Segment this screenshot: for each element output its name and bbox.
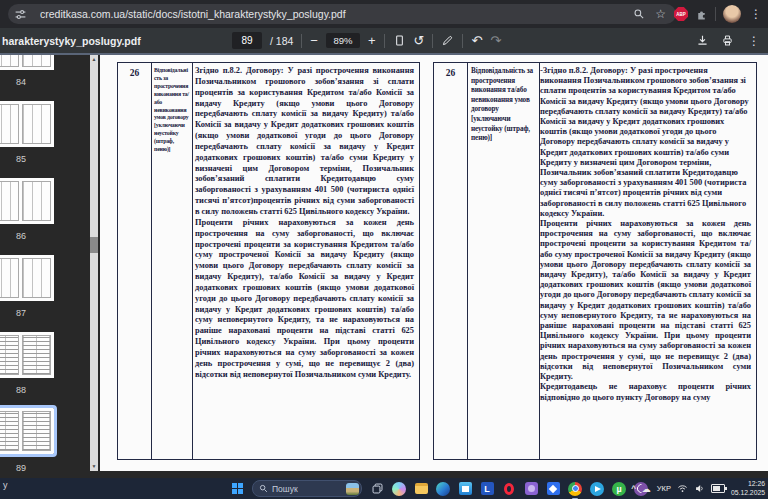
scrollbar-thumb[interactable] [90,237,98,253]
adblock-extension-icon[interactable]: ABP [674,7,688,21]
pdf-page: 26 Відповідальні сть за прострочення вик… [100,55,768,471]
page-thumbnail[interactable] [0,101,54,147]
people-app-icon[interactable] [524,482,538,496]
paragraph: Проценти річних нараховуються за кожен д… [540,219,751,382]
divider [715,7,716,21]
pdf-menu-icon[interactable]: ⋮ [746,35,762,47]
search-icon [259,484,268,493]
page-thumbnail[interactable] [0,332,54,378]
table-left: 26 Відповідальні сть за прострочення вик… [117,62,420,460]
thumbnail-page-number: 86 [0,231,54,241]
divider [432,34,433,48]
page-thumbnail[interactable] [0,55,54,70]
row-text: -Згідно п.8.2. Договору: У разі простроч… [535,63,756,459]
thumbnail-page-number: 88 [0,385,54,395]
row-number: 26 [434,63,468,459]
profile-avatar[interactable] [723,5,741,23]
page-thumbnail-selected[interactable] [0,408,54,454]
task-view-icon[interactable] [370,482,384,496]
zoom-level: 89% [326,33,360,48]
zoom-in-button[interactable]: + [368,34,376,47]
zoom-out-button[interactable]: − [310,34,318,47]
copilot-icon[interactable] [392,482,406,496]
thumbnail-page-number: 89 [0,463,54,471]
paragraph: Згідно п.8.2. Договору: У разі простроче… [195,66,414,218]
volume-icon[interactable] [694,483,705,494]
weather-widget-thumbnail [346,483,359,495]
zoom-page-icon[interactable] [633,8,645,20]
page-thumbnail[interactable] [0,178,54,224]
chrome-icon[interactable] [568,482,582,496]
row-number: 26 [118,63,152,459]
download-icon[interactable] [696,34,709,47]
thumbnail-page-number: 85 [0,154,54,164]
site-settings-icon[interactable] [14,8,27,21]
annotate-pen-icon[interactable] [441,34,454,47]
tray-expand-icon[interactable]: ^ [631,484,636,493]
dropbox-icon[interactable] [546,482,560,496]
paragraph: -Згідно п.8.2. Договору: У разі простроч… [540,66,751,219]
taskbar: Пошук L µ ^ ☁ УКР [0,478,768,499]
status-text: y [3,480,8,490]
wifi-icon[interactable] [677,483,688,494]
paragraph: Кредитодавець не нараховує проценти річн… [540,382,751,402]
redo-icon[interactable]: ↷ [490,34,501,47]
l-app-icon[interactable]: L [480,482,494,496]
browser-toolbar: creditkasa.com.ua/static/docs/istotni_kh… [0,0,768,28]
address-bar[interactable]: creditkasa.com.ua/static/docs/istotni_kh… [8,4,676,24]
row-label: Відповідальні сть за прострочення викона… [152,63,193,459]
scrollbar-up-icon[interactable]: ▲ [90,55,98,64]
print-icon[interactable] [721,34,734,47]
thumbnail-page-number: 84 [0,77,54,87]
browser-menu-icon[interactable]: ⋮ [748,8,764,20]
paragraph: Проценти річних нараховуються за кожен д… [195,218,414,381]
undo-icon[interactable]: ↶ [471,34,482,47]
bookmark-star-icon[interactable]: ☆ [655,7,666,21]
divider [301,34,302,48]
clock[interactable]: 12:26 05.12.2025 [731,480,765,498]
search-placeholder: Пошук [272,484,342,494]
page-number-input[interactable] [232,32,262,49]
extensions-puzzle-icon[interactable] [695,8,708,21]
sidebar-scrollbar[interactable] [90,55,98,471]
divider [462,34,463,48]
page-count-label: / 184 [270,35,293,47]
thumbnail-panel: 84 85 86 87 88 89 ▲ ▼ [0,55,100,471]
thumbnail-page-number: 87 [0,308,54,318]
screen: creditkasa.com.ua/static/docs/istotni_kh… [0,0,768,499]
battery-icon[interactable] [711,484,725,493]
taskbar-search[interactable]: Пошук [252,480,362,497]
clock-time: 12:26 [731,480,765,489]
table-right: 26 Відповідальність за прострочення вико… [433,62,757,460]
utorrent-icon[interactable]: µ [612,482,626,496]
page-thumbnail[interactable] [0,255,54,301]
divider [384,34,385,48]
scrollbar-down-icon[interactable]: ▼ [90,462,98,471]
fit-page-icon[interactable] [393,34,406,47]
start-button[interactable] [230,482,244,496]
row-label: Відповідальність за прострочення виконан… [468,63,540,459]
opera-icon[interactable] [502,482,516,496]
onedrive-cloud-icon[interactable]: ☁ [642,484,651,494]
pdf-filename: harakterystyky_poslugy.pdf [2,35,141,47]
pdf-toolbar: harakterystyky_poslugy.pdf / 184 − 89% +… [0,28,768,53]
row-text: Згідно п.8.2. Договору: У разі простроче… [190,63,419,459]
language-indicator[interactable]: УКР [657,484,671,493]
telegram-icon[interactable] [590,482,604,496]
clock-date: 05.12.2025 [731,489,765,498]
file-explorer-icon[interactable] [414,482,428,496]
microsoft-store-icon[interactable] [458,482,472,496]
url-text: creditkasa.com.ua/static/docs/istotni_kh… [40,8,627,20]
edge-icon[interactable] [436,482,450,496]
rotate-icon[interactable]: ↺ [414,34,425,47]
